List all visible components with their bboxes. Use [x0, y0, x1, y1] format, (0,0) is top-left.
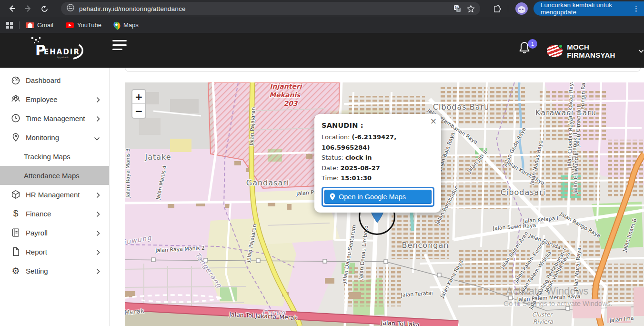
- user-menu[interactable]: MOCH FIRMANSYAH: [547, 43, 644, 59]
- url-bar[interactable]: pehadir.my.id/monitoring/attendance G: [61, 2, 480, 15]
- forward-button[interactable]: [20, 1, 36, 16]
- reload-button[interactable]: [36, 1, 52, 16]
- relaunch-update-button[interactable]: Luncurkan kembali untuk mengupdate ⋮: [533, 1, 644, 16]
- sidebar-item-tracking-maps[interactable]: Tracking Maps: [0, 147, 109, 166]
- sidebar-item-time-management[interactable]: Time Management: [0, 109, 109, 128]
- svg-text:EHADIR: EHADIR: [44, 48, 80, 56]
- report-icon: [10, 246, 21, 257]
- monitoring-icon: [10, 132, 21, 143]
- map-pin-icon: [330, 193, 335, 201]
- time-icon: [10, 112, 21, 124]
- sidebar-item-employee[interactable]: Employee: [0, 90, 109, 109]
- pehadir-logo[interactable]: P EHADIR by pehadir: [28, 36, 90, 65]
- zoom-in-button[interactable]: +: [132, 90, 145, 104]
- attendance-map[interactable]: InjanteriMekanis203JatakeGandasariCiboda…: [125, 82, 644, 326]
- sidebar-item-monitoring[interactable]: Monitoring: [0, 128, 109, 147]
- online-status-dot: [558, 44, 563, 49]
- forward-arrow-icon: [24, 4, 32, 13]
- extensions-icon[interactable]: [490, 2, 504, 15]
- attendance-popup: × SANUDIN : Location: (-6.2139427, 106.5…: [314, 114, 441, 213]
- chevron-right-icon: [96, 249, 100, 257]
- back-arrow-icon: [8, 4, 16, 13]
- popup-date-row: Date: 2025-08-27: [322, 163, 434, 173]
- main-content: InjanteriMekanis203JatakeGandasariCiboda…: [110, 68, 644, 326]
- hr-icon: [10, 189, 21, 200]
- relaunch-label: Luncurkan kembali untuk mengupdate: [533, 1, 633, 16]
- chevron-down-icon: [638, 49, 644, 53]
- open-google-maps-button[interactable]: Open in Google Maps: [324, 190, 432, 204]
- browser-menu-icon[interactable]: ⋮: [633, 4, 644, 13]
- sidebar-item-payroll[interactable]: Payroll: [0, 223, 109, 242]
- map-zoom-control: + −: [131, 89, 146, 119]
- chevron-right-icon: [96, 192, 100, 200]
- bookmarks-bar: Gmail YouTube Maps: [0, 17, 644, 33]
- apps-grid-icon[interactable]: [0, 22, 19, 29]
- popup-close-icon[interactable]: ×: [430, 116, 437, 126]
- finance-icon: $: [10, 208, 21, 219]
- browser-window: pehadir.my.id/monitoring/attendance G Lu…: [0, 0, 644, 326]
- bookmark-maps[interactable]: Maps: [114, 21, 139, 29]
- sidebar-item-report[interactable]: Report: [0, 242, 109, 261]
- gmail-icon: [26, 22, 34, 28]
- reload-icon: [40, 5, 49, 13]
- maps-icon: [112, 20, 122, 30]
- payroll-icon: [10, 227, 21, 238]
- svg-text:by pehadir: by pehadir: [57, 56, 69, 59]
- youtube-icon: [66, 22, 74, 28]
- scrolled-card-edge: [125, 68, 641, 72]
- chevron-right-icon: [96, 211, 100, 219]
- sidebar-item-finance[interactable]: $ Finance: [0, 204, 109, 223]
- bookmarks-separator: [19, 21, 20, 29]
- toolbar-separator: [508, 5, 508, 12]
- chevron-right-icon: [96, 115, 100, 124]
- google-maps-button-focus-ring: Open in Google Maps: [322, 187, 434, 207]
- sidebar: Dashboard Employee Time Management Monit…: [0, 68, 110, 326]
- browser-profile-avatar[interactable]: [514, 1, 529, 16]
- popup-employee-name: SANUDIN :: [322, 122, 434, 129]
- sidebar-item-hr-management[interactable]: HR Management: [0, 185, 109, 204]
- popup-location-row: Location: (-6.2139427, 106.5965284): [322, 132, 434, 153]
- bookmark-gmail[interactable]: Gmail: [26, 21, 53, 29]
- zoom-out-button[interactable]: −: [132, 104, 145, 118]
- popup-status-row: Status: clock in: [322, 153, 434, 163]
- sidebar-item-setting[interactable]: ⚙ Setting: [0, 261, 109, 280]
- chevron-down-icon: [94, 134, 100, 143]
- chevron-right-icon: [96, 268, 100, 276]
- popup-time-row: Time: 15:01:30: [322, 173, 434, 183]
- hamburger-menu-icon[interactable]: [112, 40, 127, 51]
- chevron-right-icon: [96, 230, 100, 238]
- notification-badge: 1: [528, 39, 537, 49]
- user-avatar: [547, 45, 563, 57]
- dashboard-icon: [10, 74, 21, 86]
- notifications-button[interactable]: 1: [518, 41, 537, 60]
- browser-toolbar: pehadir.my.id/monitoring/attendance G Lu…: [0, 0, 644, 17]
- bookmark-star-icon[interactable]: [464, 2, 477, 15]
- sidebar-item-dashboard[interactable]: Dashboard: [0, 71, 109, 90]
- back-button[interactable]: [4, 1, 20, 16]
- chevron-right-icon: [96, 96, 100, 105]
- url-text[interactable]: pehadir.my.id/monitoring/attendance: [79, 5, 451, 12]
- setting-icon: ⚙: [10, 265, 21, 276]
- app-header: P EHADIR by pehadir 1 MOCH FIRMANSYAH: [0, 33, 644, 68]
- sidebar-item-attendance-maps[interactable]: Attendance Maps: [0, 166, 109, 185]
- user-name: MOCH FIRMANSYAH: [567, 43, 634, 59]
- bookmark-youtube[interactable]: YouTube: [66, 21, 101, 29]
- translate-icon[interactable]: G: [451, 2, 464, 15]
- employee-icon: [10, 93, 21, 105]
- site-info-icon[interactable]: [67, 4, 74, 13]
